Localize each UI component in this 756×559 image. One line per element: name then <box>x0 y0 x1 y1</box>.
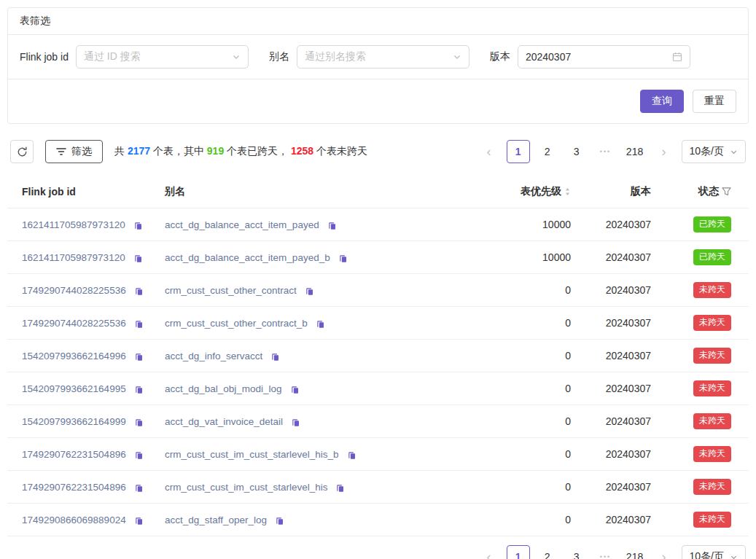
flink-job-id-link[interactable]: 1749290744028225536 <box>22 318 126 329</box>
sort-icon[interactable] <box>564 187 571 197</box>
page-ellipsis[interactable]: ••• <box>594 545 617 559</box>
version-label: 版本 <box>490 50 510 63</box>
status-badge: 已跨天 <box>693 249 731 265</box>
cell-alias: acct_dg_staff_oper_log <box>159 514 467 525</box>
copy-icon[interactable] <box>290 385 300 394</box>
copy-icon[interactable] <box>305 286 314 296</box>
page-button-last[interactable]: 218 <box>623 545 647 559</box>
cell-flink-job-id: 1749290762231504896 <box>16 481 159 493</box>
copy-icon[interactable] <box>270 352 280 361</box>
table-row: 1542097993662164996 acct_dg_info_servacc… <box>7 340 749 372</box>
flink-job-id-link[interactable]: 1749290762231504896 <box>22 449 126 460</box>
page-ellipsis[interactable]: ••• <box>594 140 617 163</box>
version-date-input[interactable]: 20240307 <box>518 45 690 69</box>
priority-value: 0 <box>467 350 577 361</box>
page-button-1[interactable]: 1 <box>507 545 530 559</box>
flink-job-id-link[interactable]: 1621411705987973120 <box>22 252 125 263</box>
flink-job-id-link[interactable]: 1542097993662164995 <box>22 383 126 394</box>
copy-icon[interactable] <box>134 418 144 427</box>
copy-icon[interactable] <box>134 450 144 460</box>
copy-icon[interactable] <box>316 319 325 329</box>
copy-icon[interactable] <box>134 483 144 493</box>
status-badge: 未跨天 <box>693 348 731 364</box>
page: 表筛选 Flink job id 通过 ID 搜索 别名 通过别名搜索 <box>0 0 756 559</box>
filter-toggle-button[interactable]: 筛选 <box>45 140 103 163</box>
page-size-select[interactable]: 10条/页 <box>682 140 746 163</box>
refresh-button[interactable] <box>10 140 34 163</box>
alias-link[interactable]: acct_dg_balance_acct_item_payed <box>165 219 319 230</box>
prev-page-button[interactable]: ‹ <box>478 140 501 163</box>
copy-icon[interactable] <box>291 418 300 427</box>
flink-job-id-select[interactable]: 通过 ID 搜索 <box>76 45 249 69</box>
prev-page-button[interactable]: ‹ <box>478 545 501 559</box>
alias-link[interactable]: acct_dg_bal_obj_modi_log <box>165 383 282 394</box>
filter-toggle-label: 筛选 <box>71 145 92 158</box>
alias-link[interactable]: crm_cust_cust_other_contract_b <box>165 318 308 329</box>
flink-job-id-link[interactable]: 1749290866069889024 <box>22 515 126 525</box>
alias-link[interactable]: crm_cust_cust_im_cust_starlevel_his_b <box>165 449 339 460</box>
cell-status: 未跨天 <box>657 413 737 429</box>
alias-link[interactable]: crm_cust_cust_im_cust_starlevel_his <box>165 482 328 493</box>
alias-link[interactable]: acct_dg_balance_acct_item_payed_b <box>165 252 330 263</box>
page-button-3[interactable]: 3 <box>565 140 588 163</box>
copy-icon[interactable] <box>327 221 337 230</box>
copy-icon[interactable] <box>275 516 284 525</box>
version-value: 20240307 <box>577 481 657 493</box>
copy-icon[interactable] <box>134 352 144 361</box>
copy-icon[interactable] <box>335 483 345 493</box>
cell-status: 已跨天 <box>657 249 737 265</box>
filter-panel-title: 表筛选 <box>8 8 748 35</box>
reset-button[interactable]: 重置 <box>693 90 736 113</box>
flink-job-id-link[interactable]: 1621411705987973120 <box>22 219 125 230</box>
page-size-select[interactable]: 10条/页 <box>682 545 746 559</box>
table-row: 1749290866069889024 acct_dg_staff_oper_l… <box>7 504 749 536</box>
alias-select[interactable]: 通过别名搜索 <box>297 45 469 69</box>
page-button-2[interactable]: 2 <box>536 140 559 163</box>
flink-job-id-link[interactable]: 1542097993662164999 <box>22 416 126 427</box>
page-button-3[interactable]: 3 <box>565 545 588 559</box>
flink-job-id-link[interactable]: 1749290762231504896 <box>22 482 126 493</box>
copy-icon[interactable] <box>347 450 356 460</box>
alias-link[interactable]: crm_cust_cust_other_contract <box>165 285 297 296</box>
status-badge: 未跨天 <box>693 479 731 495</box>
cell-flink-job-id: 1621411705987973120 <box>16 219 159 230</box>
query-button[interactable]: 查询 <box>640 90 684 113</box>
chevron-down-icon <box>730 553 738 559</box>
copy-icon[interactable] <box>134 319 144 329</box>
copy-icon[interactable] <box>134 516 144 525</box>
page-button-last[interactable]: 218 <box>623 140 647 163</box>
alias-link[interactable]: acct_dg_info_servacct <box>165 351 262 361</box>
alias-link[interactable]: acct_dg_staff_oper_log <box>165 515 267 525</box>
cell-status: 已跨天 <box>657 216 737 232</box>
cell-status: 未跨天 <box>657 380 737 396</box>
version-value: 20240307 <box>577 448 657 460</box>
next-page-button[interactable]: › <box>652 140 676 163</box>
flink-job-id-link[interactable]: 1749290744028225536 <box>22 285 126 296</box>
priority-value: 0 <box>467 514 577 525</box>
alias-link[interactable]: acct_dg_vat_invoice_detail <box>165 416 283 427</box>
copy-icon[interactable] <box>133 221 143 230</box>
version-value: 20240307 <box>577 415 657 427</box>
flink-job-id-link[interactable]: 1542097993662164996 <box>22 351 126 361</box>
version-value: 20240307 <box>577 383 657 394</box>
copy-icon[interactable] <box>338 254 348 263</box>
next-page-button[interactable]: › <box>652 545 676 559</box>
summary-not-crossed-count: 1258 <box>291 145 313 157</box>
chevron-down-icon <box>730 148 738 156</box>
table-summary: 共 2177 个表，其中 919 个表已跨天， 1258 个表未跨天 <box>114 145 367 158</box>
table-row: 1749290744028225536 crm_cust_cust_other_… <box>7 274 749 307</box>
cell-alias: acct_dg_vat_invoice_detail <box>159 415 467 427</box>
column-header-priority[interactable]: 表优先级 <box>467 185 577 198</box>
funnel-filter-icon[interactable] <box>722 187 731 196</box>
cell-flink-job-id: 1542097993662164996 <box>16 350 159 361</box>
page-button-1[interactable]: 1 <box>507 140 530 163</box>
cell-status: 未跨天 <box>657 446 737 462</box>
chevron-down-icon <box>232 52 241 61</box>
table-row: 1749290762231504896 crm_cust_cust_im_cus… <box>7 471 749 504</box>
summary-text: 个表已跨天， <box>224 145 291 157</box>
copy-icon[interactable] <box>133 254 143 263</box>
copy-icon[interactable] <box>134 385 144 394</box>
priority-value: 0 <box>467 481 577 493</box>
copy-icon[interactable] <box>134 286 144 296</box>
page-button-2[interactable]: 2 <box>536 545 559 559</box>
